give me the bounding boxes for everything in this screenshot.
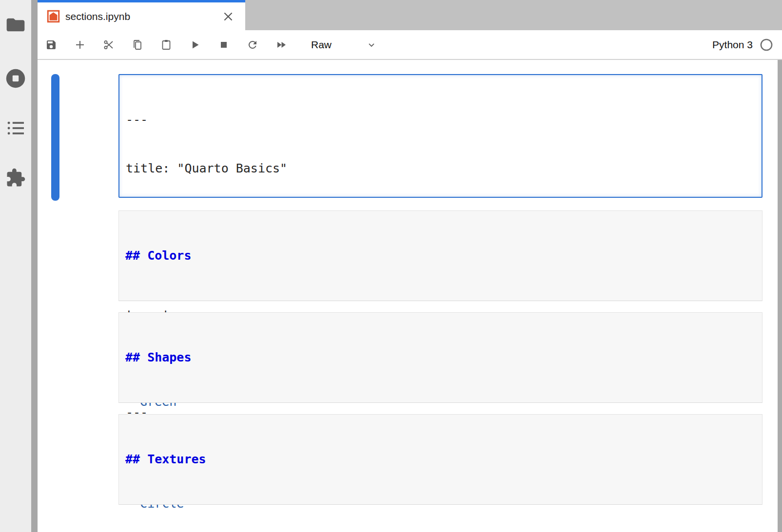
plus-icon[interactable] bbox=[74, 39, 86, 51]
md-blank-line bbox=[125, 398, 762, 414]
running-icon[interactable] bbox=[5, 68, 26, 91]
md-blank-line bbox=[125, 296, 762, 312]
run-icon[interactable] bbox=[189, 39, 201, 51]
markdown-cell-shapes[interactable]: ## Shapes - Square - Circle - Triangle bbox=[118, 312, 762, 403]
notebook-panel: --- title: "Quarto Basics" author: "Nora… bbox=[38, 60, 782, 532]
folder-icon[interactable] bbox=[6, 17, 25, 35]
kernel-indicator: Python 3 bbox=[712, 38, 773, 52]
left-sidebar bbox=[0, 0, 31, 532]
md-blank-line bbox=[125, 500, 762, 516]
tab-sections-ipynb[interactable]: sections.ipynb bbox=[38, 0, 245, 30]
code-line: title: "Quarto Basics" bbox=[126, 160, 762, 176]
notebook-icon bbox=[47, 10, 60, 23]
toc-icon[interactable] bbox=[6, 120, 25, 138]
copy-icon[interactable] bbox=[132, 39, 143, 51]
notebook-toolbar: Raw Python 3 bbox=[38, 30, 782, 60]
cell-type-value: Raw bbox=[311, 39, 332, 51]
kernel-status-icon[interactable] bbox=[760, 38, 773, 52]
puzzle-icon[interactable] bbox=[5, 168, 26, 190]
code-line: --- bbox=[126, 112, 762, 128]
stop-icon[interactable] bbox=[218, 39, 230, 51]
save-icon[interactable] bbox=[45, 39, 57, 51]
md-header: ## Shapes bbox=[125, 349, 762, 365]
chevron-down-icon bbox=[367, 40, 376, 50]
scrollbar-track[interactable] bbox=[778, 60, 782, 532]
fast-forward-icon[interactable] bbox=[275, 39, 287, 51]
cell-type-dropdown[interactable]: Raw bbox=[311, 39, 376, 51]
raw-cell-editor[interactable]: --- title: "Quarto Basics" author: "Nora… bbox=[118, 74, 762, 198]
markdown-cell-colors[interactable]: ## Colors - Red - Green - Blue bbox=[118, 210, 762, 301]
kernel-name: Python 3 bbox=[712, 39, 753, 51]
close-icon[interactable] bbox=[222, 10, 235, 23]
paste-icon[interactable] bbox=[160, 39, 172, 51]
jupyterlab-window: sections.ipynb bbox=[0, 0, 782, 532]
md-header: ## Colors bbox=[125, 247, 762, 264]
cut-icon[interactable] bbox=[103, 39, 115, 51]
sidebar-separator bbox=[31, 0, 38, 532]
restart-icon[interactable] bbox=[247, 39, 258, 51]
cell-collapser[interactable] bbox=[51, 74, 59, 201]
tab-title: sections.ipynb bbox=[65, 11, 222, 22]
md-header: ## Textures bbox=[125, 451, 762, 467]
tab-bar: sections.ipynb bbox=[38, 0, 782, 30]
markdown-cell-textures[interactable]: ## Textures - Smooth - Bumpy - Fuzzy bbox=[118, 414, 762, 505]
